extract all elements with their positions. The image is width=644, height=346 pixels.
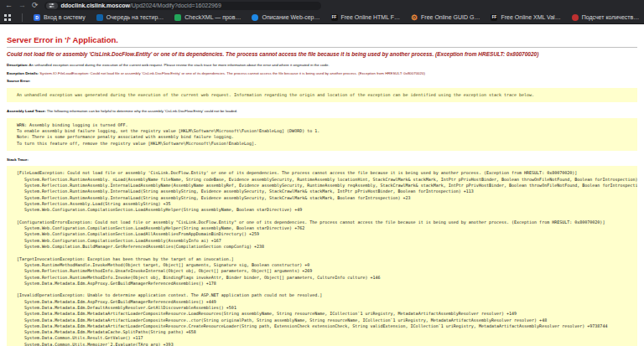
- bookmark-item-count[interactable]: Подсчет количеств…: [572, 14, 640, 21]
- stack-trace-line: Stack Trace:: [7, 158, 637, 163]
- fusion-log-box: WRN: Assembly binding logging is turned …: [7, 118, 637, 151]
- source-error-label: Source Error:: [7, 79, 30, 83]
- bookmarks-bar: D Вход в систему Очередь на тестир… Chec…: [0, 11, 644, 24]
- bookmark-favicon: [252, 14, 258, 21]
- reload-button[interactable]: ⟳: [32, 0, 39, 11]
- bookmark-favicon: [174, 14, 181, 21]
- exception-details-line: Exception Details: System.IO.FileLoadExc…: [7, 71, 637, 76]
- bookmark-item-webservice-docs[interactable]: Описание Web-сер…: [252, 14, 319, 21]
- description-label: Description:: [7, 63, 29, 67]
- bookmark-label: Описание Web-сер…: [262, 14, 319, 20]
- bookmark-item-html-formatter[interactable]: FF Free Online HTML F…: [331, 14, 401, 21]
- assembly-load-trace-label: Assembly Load Trace:: [7, 109, 46, 113]
- url-text: ddoclink.cislink.moscow/Upd2024/Modify?d…: [61, 2, 221, 10]
- bookmark-favicon: FF: [491, 14, 497, 21]
- url-path: /Upd2024/Modify?docid=16022969: [130, 3, 221, 8]
- description-line: Description: An unhandled exception occu…: [7, 63, 637, 68]
- assembly-load-trace-text: The following information can be helpful…: [47, 109, 237, 113]
- bookmark-favicon: [572, 14, 579, 21]
- bookmark-item-login[interactable]: D Вход в систему: [34, 14, 86, 21]
- browser-chrome: ← → ⟳ ddoclink.cislink.moscow/Upd2024/Mo…: [0, 0, 644, 24]
- bookmark-label: Free Online GUID G…: [421, 14, 480, 20]
- exception-details-text: System.IO.FileLoadException: Could not l…: [39, 71, 425, 75]
- bookmark-item-guid-generator[interactable]: ⚙ Free Online GUID G…: [411, 14, 480, 21]
- favicon-letter: D: [35, 14, 39, 21]
- browser-toolbar: ← → ⟳ ddoclink.cislink.moscow/Upd2024/Mo…: [0, 0, 644, 11]
- bookmark-item-test-queue[interactable]: Очередь на тестир…: [96, 14, 164, 21]
- address-bar[interactable]: ddoclink.cislink.moscow/Upd2024/Modify?d…: [44, 2, 321, 10]
- stack-trace-box: [FileLoadException: Could not load file …: [7, 166, 637, 346]
- favicon-letter: FF: [492, 14, 497, 21]
- bookmark-item-checkxml[interactable]: CheckXML — пров…: [174, 14, 241, 21]
- title-divider: [7, 47, 637, 48]
- bookmark-label: Free Online XML Val…: [501, 14, 560, 20]
- favicon-letter: ⚙: [411, 14, 418, 21]
- bookmark-favicon: FF: [331, 14, 338, 21]
- url-domain: ddoclink.cislink.moscow: [61, 3, 130, 8]
- back-button[interactable]: ←: [5, 0, 13, 11]
- bookmark-favicon: [96, 14, 103, 21]
- error-page: Server Error in '/' Application. Could n…: [0, 35, 644, 346]
- bookmark-label: Очередь на тестир…: [106, 14, 164, 20]
- gear-icon: ⚙: [411, 14, 418, 21]
- description-text: An unhandled exception occurred during t…: [29, 63, 330, 67]
- bookmark-item-xml-validator[interactable]: FF Free Online XML Val…: [491, 14, 560, 21]
- assembly-load-trace-line: Assembly Load Trace: The following infor…: [7, 109, 637, 114]
- bookmark-label: Вход в систему: [44, 14, 86, 20]
- bookmark-label: Free Online HTML F…: [341, 14, 401, 20]
- bookmark-label: CheckXML — пров…: [184, 14, 241, 20]
- tune-icon: [49, 3, 55, 8]
- forward-button[interactable]: →: [18, 0, 26, 11]
- source-error-line: Source Error:: [7, 79, 637, 84]
- error-subtitle: Could not load file or assembly 'CisLink…: [7, 51, 637, 57]
- site-info-chip[interactable]: [46, 3, 58, 9]
- bookmarks-separator: [22, 13, 23, 22]
- source-error-box: An unhandled exception was generated dur…: [7, 88, 637, 102]
- stack-trace-label: Stack Trace:: [7, 158, 29, 162]
- exception-details-label: Exception Details:: [7, 71, 39, 75]
- bookmark-favicon: D: [34, 14, 40, 21]
- page-title: Server Error in '/' Application.: [7, 35, 637, 44]
- favicon-letter: FF: [332, 14, 337, 21]
- bookmark-label: Подсчет количеств…: [582, 14, 640, 20]
- apps-grid-icon[interactable]: [4, 14, 11, 21]
